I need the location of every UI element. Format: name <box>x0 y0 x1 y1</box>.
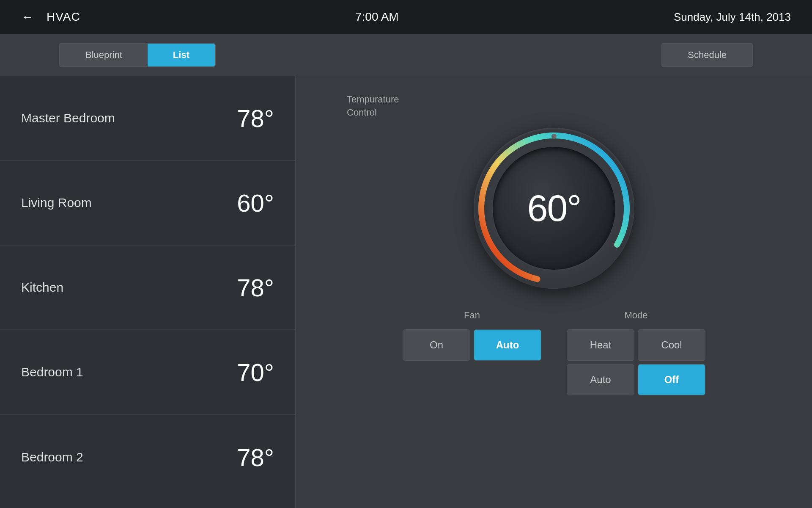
toolbar: Blueprint List Schedule <box>0 34 812 76</box>
room-item-bedroom1[interactable]: Bedroom 1 70° <box>0 330 295 415</box>
room-name: Kitchen <box>21 280 63 295</box>
room-item-bedroom2[interactable]: Bedroom 2 78° <box>0 415 295 500</box>
room-temperature: 78° <box>237 273 274 302</box>
mode-auto-button[interactable]: Auto <box>567 364 634 395</box>
room-name: Bedroom 2 <box>21 450 83 464</box>
main-content: Master Bedroom 78° Living Room 60° Kitch… <box>0 76 812 508</box>
view-tab-group: Blueprint List <box>59 43 216 67</box>
top-bar: ← HVAC 7:00 AM Sunday, July 14th, 2013 <box>0 0 812 34</box>
schedule-button[interactable]: Schedule <box>661 43 753 67</box>
room-item-kitchen[interactable]: Kitchen 78° <box>0 246 295 330</box>
room-name: Living Room <box>21 196 92 210</box>
back-button[interactable]: ← <box>21 10 34 24</box>
top-bar-left: ← HVAC <box>21 10 80 24</box>
room-temperature: 78° <box>237 104 274 133</box>
dial-temperature-display: 60° <box>527 187 581 230</box>
dial-outer-ring: 60° <box>474 128 634 289</box>
room-name: Master Bedroom <box>21 111 115 125</box>
mode-control-group: Mode Heat Cool Auto Off <box>567 310 705 395</box>
temperature-control-label: Tempurature Control <box>347 93 399 119</box>
mode-btn-grid: Heat Cool Auto Off <box>567 329 705 395</box>
room-temperature: 60° <box>237 189 274 217</box>
dial-indicator-dot <box>551 134 557 139</box>
current-date: Sunday, July 14th, 2013 <box>674 11 791 24</box>
blueprint-tab[interactable]: Blueprint <box>60 44 148 66</box>
mode-cool-button[interactable]: Cool <box>638 329 705 361</box>
fan-label: Fan <box>464 310 480 321</box>
mode-label: Mode <box>624 310 647 321</box>
controls-row: Fan On Auto Mode Heat Cool Auto Off <box>321 310 787 395</box>
fan-on-button[interactable]: On <box>403 329 470 361</box>
room-item-master-bedroom[interactable]: Master Bedroom 78° <box>0 76 295 161</box>
fan-control-group: Fan On Auto <box>403 310 541 395</box>
dial-inner-circle: 60° <box>493 147 615 270</box>
fan-auto-button[interactable]: Auto <box>474 329 541 361</box>
room-name: Bedroom 1 <box>21 365 83 379</box>
room-item-living-room[interactable]: Living Room 60° <box>0 161 295 246</box>
room-list: Master Bedroom 78° Living Room 60° Kitch… <box>0 76 296 508</box>
room-temperature: 70° <box>237 358 274 387</box>
app-title: HVAC <box>47 10 80 24</box>
fan-btn-row: On Auto <box>403 329 541 361</box>
mode-heat-button[interactable]: Heat <box>567 329 634 361</box>
mode-off-button[interactable]: Off <box>638 364 705 395</box>
list-tab[interactable]: List <box>148 44 215 66</box>
current-time: 7:00 AM <box>355 10 399 24</box>
room-temperature: 78° <box>237 443 274 472</box>
control-panel: Tempurature Control <box>296 76 812 508</box>
thermostat-dial[interactable]: 60° <box>474 128 634 289</box>
